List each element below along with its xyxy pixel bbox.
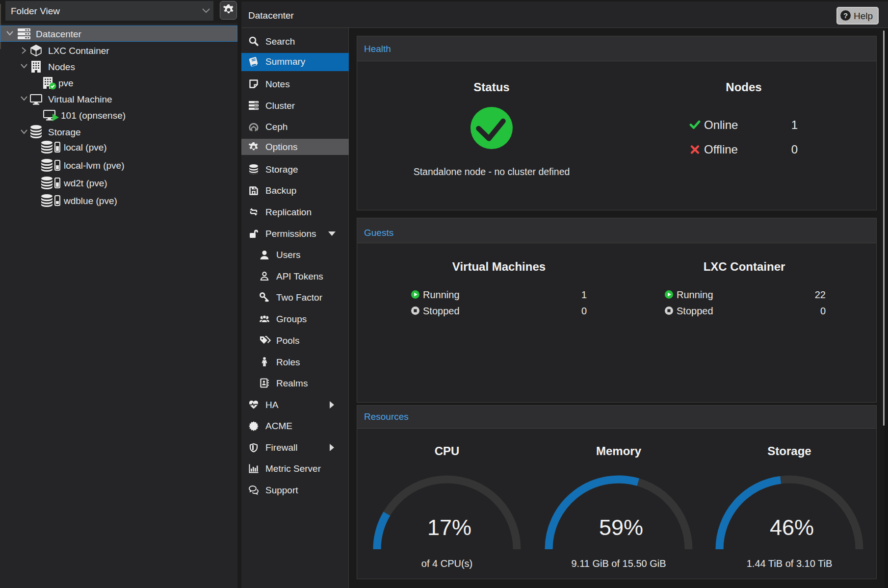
svg-text:?: ? [843, 11, 848, 20]
